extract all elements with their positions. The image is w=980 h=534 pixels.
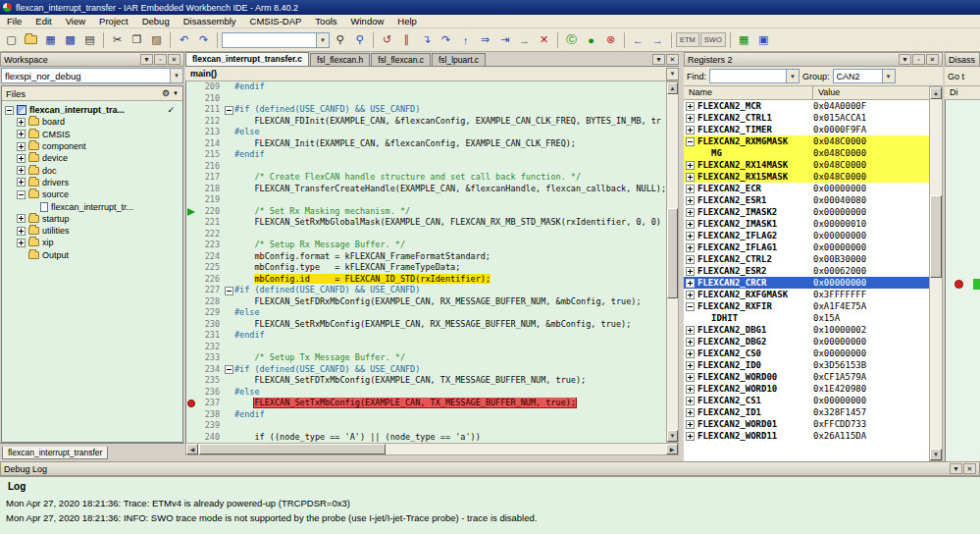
breakpoint-margin[interactable]: [186, 194, 198, 206]
breakpoint-margin[interactable]: [186, 274, 198, 286]
code-line[interactable]: 217 /* Create FlexCAN handle structure a…: [186, 172, 666, 184]
code-line[interactable]: 231#endif: [186, 330, 666, 342]
expand-icon[interactable]: [686, 349, 695, 358]
breakpoint-margin[interactable]: [186, 398, 198, 409]
code-line[interactable]: 232: [186, 342, 666, 353]
expand-icon[interactable]: [686, 185, 695, 193]
expand-icon[interactable]: [686, 326, 695, 335]
probe-disconnect-icon[interactable]: ⊗: [601, 30, 620, 49]
breakpoint-margin[interactable]: [186, 285, 198, 296]
breakpoint-margin[interactable]: [186, 342, 198, 353]
expand-icon[interactable]: [686, 220, 695, 229]
code-line[interactable]: 237 FLEXCAN_SetTxMbConfig(EXAMPLE_CAN, T…: [186, 398, 666, 409]
undo-icon[interactable]: ↶: [175, 30, 193, 49]
breakpoint-margin[interactable]: [186, 172, 198, 184]
tree-item[interactable]: flexcan_interrupt_tra...✓: [2, 104, 182, 116]
breakpoint-margin[interactable]: [186, 352, 198, 364]
code-line[interactable]: 228 FLEXCAN_SetFDRxMbConfig(EXAMPLE_CAN,…: [186, 296, 666, 308]
trace-icon[interactable]: ▦: [735, 30, 753, 49]
expand-icon[interactable]: [686, 243, 695, 252]
tree-item[interactable]: source: [2, 188, 182, 200]
breakpoint-margin[interactable]: [186, 330, 198, 342]
code-line[interactable]: 234#if (defined(USE_CANFD) && USE_CANFD): [186, 364, 666, 376]
code-line[interactable]: 226 mbConfig.id = FLEXCAN_ID_STD(rxIdent…: [186, 274, 666, 286]
expand-icon[interactable]: [686, 232, 695, 240]
probe-active-icon[interactable]: ●: [582, 30, 600, 49]
expand-icon[interactable]: [17, 142, 26, 151]
editor-tab[interactable]: fsl_flexcan.c: [371, 53, 431, 66]
breakpoint-margin[interactable]: [186, 161, 198, 173]
expand-icon[interactable]: [686, 420, 695, 429]
breakpoint-margin[interactable]: [186, 93, 198, 105]
breakpoint-margin[interactable]: [186, 251, 198, 263]
menu-item-edit[interactable]: Edit: [28, 16, 58, 27]
expand-icon[interactable]: [686, 432, 695, 441]
gear-icon[interactable]: ⚙: [162, 88, 170, 98]
breakpoint-margin[interactable]: [186, 217, 198, 229]
step-into-icon[interactable]: ↴: [417, 30, 436, 49]
editor-tab-list-icon[interactable]: ▼: [652, 54, 665, 65]
register-row[interactable]: FLEXCAN2_CTRL20x00B30000: [684, 253, 929, 265]
register-row[interactable]: FLEXCAN2_IFLAG10x00000000: [684, 241, 929, 253]
fold-collapse-icon[interactable]: [225, 287, 233, 295]
register-row[interactable]: FLEXCAN2_CRCR0x00000000: [684, 277, 929, 289]
breakpoint-icon[interactable]: [954, 280, 963, 289]
breakpoint-margin[interactable]: [186, 420, 198, 432]
register-row[interactable]: FLEXCAN2_WORD010xFFCDD733: [684, 418, 929, 430]
code-line[interactable]: 215#endif: [186, 149, 666, 161]
breakpoint-margin[interactable]: [186, 184, 198, 195]
register-row[interactable]: FLEXCAN2_ECR0x00000000: [684, 183, 929, 194]
chevron-down-icon[interactable]: ▼: [666, 68, 679, 80]
code-line[interactable]: 229#else: [186, 307, 666, 319]
scrollbar-thumb[interactable]: [667, 208, 678, 298]
breakpoint-margin[interactable]: [186, 138, 198, 150]
scroll-left-icon[interactable]: ◀: [186, 444, 198, 454]
expand-icon[interactable]: [17, 214, 26, 223]
menu-item-file[interactable]: File: [0, 16, 28, 27]
expand-icon[interactable]: [686, 173, 695, 182]
code-line[interactable]: 211#if (defined(USE_CANFD) && USE_CANFD): [186, 104, 666, 116]
register-row[interactable]: FLEXCAN2_WORD000xCF1A579A: [684, 371, 929, 383]
tree-item[interactable]: flexcan_interrupt_tr...: [2, 200, 182, 212]
go-icon[interactable]: →: [515, 30, 534, 49]
menu-item-tools[interactable]: Tools: [308, 16, 343, 27]
code-line[interactable]: 216: [186, 161, 666, 173]
register-row[interactable]: FLEXCAN2_ESR20x00062000: [684, 265, 929, 277]
fold-collapse-icon[interactable]: [225, 365, 233, 374]
register-row[interactable]: FLEXCAN2_IFLAG20x00000000: [684, 230, 929, 241]
register-row[interactable]: IDHIT0x15A: [684, 312, 929, 324]
register-row[interactable]: FLEXCAN2_RX14MASK0x048C0000: [684, 159, 929, 171]
breakpoint-margin[interactable]: [186, 149, 198, 161]
register-row[interactable]: FLEXCAN2_WORD100x1E420980: [684, 383, 929, 395]
new-document-icon[interactable]: ▢: [2, 30, 21, 49]
disassembly-panel-header[interactable]: Disass: [945, 52, 980, 67]
register-row[interactable]: FLEXCAN2_IMASK10x00000010: [684, 218, 929, 230]
expand-icon[interactable]: [686, 279, 695, 288]
workspace-tab[interactable]: flexcan_interrupt_transfer: [2, 447, 108, 459]
panel-menu-icon[interactable]: ▼: [899, 54, 911, 65]
register-row[interactable]: FLEXCAN2_ID00x3D56153B: [684, 359, 929, 371]
disassembly-view[interactable]: [945, 100, 980, 461]
code-line[interactable]: 213#else: [186, 127, 666, 138]
register-row[interactable]: FLEXCAN2_TIMER0x0000F9FA: [684, 124, 929, 135]
next-statement-icon[interactable]: ⇒: [476, 30, 494, 49]
save-icon[interactable]: ▦: [41, 30, 60, 49]
step-over-icon[interactable]: ↷: [437, 30, 455, 49]
code-line[interactable]: 225 mbConfig.type = kFLEXCAN_FrameTypeDa…: [186, 262, 666, 274]
scroll-down-icon[interactable]: ▼: [667, 430, 678, 442]
tree-item[interactable]: CMSIS: [2, 129, 182, 140]
cut-icon[interactable]: ✂: [108, 30, 127, 49]
panel-close-icon[interactable]: ✕: [926, 54, 939, 65]
chevron-down-icon[interactable]: ▼: [786, 70, 799, 82]
save-all-icon[interactable]: ▩: [61, 30, 79, 49]
breakpoint-margin[interactable]: [186, 387, 198, 399]
register-row[interactable]: FLEXCAN2_RX15MASK0x048C0000: [684, 171, 929, 183]
expand-icon[interactable]: [686, 397, 695, 405]
print-icon[interactable]: ▤: [80, 30, 99, 49]
nav-forward-icon[interactable]: →: [648, 30, 667, 49]
panel-pin-icon[interactable]: ▫: [912, 54, 925, 65]
swo-button[interactable]: SWO: [700, 32, 726, 47]
code-line[interactable]: 221 FLEXCAN_SetRxMbGlobalMask(EXAMPLE_CA…: [186, 217, 666, 229]
code-line[interactable]: 214 FLEXCAN_Init(EXAMPLE_CAN, &flexcanCo…: [186, 138, 666, 150]
code-line[interactable]: 236#else: [186, 387, 666, 399]
